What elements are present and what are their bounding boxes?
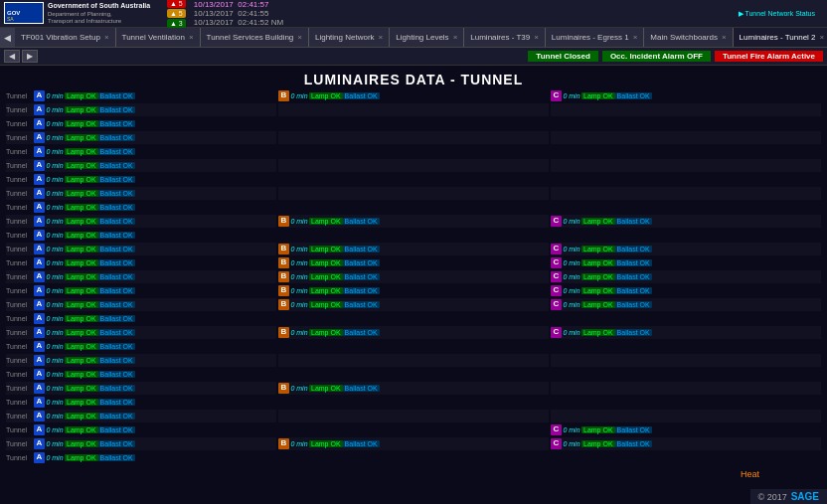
table-row: C 0 min Lamp OK Ballast OK: [551, 270, 821, 283]
table-row: [551, 396, 821, 409]
table-row: [551, 340, 821, 353]
table-row: [551, 117, 821, 130]
table-row: C 0 min Lamp OK Ballast OK: [551, 423, 821, 436]
table-row: C 0 min Lamp OK Ballast OK: [551, 256, 821, 269]
nav-back-btn[interactable]: ◀: [4, 50, 20, 63]
table-row: Tunnel A 0 min Lamp OK Ballast OK: [6, 256, 276, 269]
tab-luminaires-tunnel2[interactable]: Luminaires - Tunnel 2 ×: [734, 28, 827, 48]
table-row: B 0 min Lamp OK Ballast OK: [278, 215, 549, 228]
nav-fwd-btn[interactable]: ▶: [22, 50, 38, 63]
table-row: [278, 159, 549, 172]
table-row: Tunnel A 0 min Lamp OK Ballast OK: [6, 382, 276, 395]
column-a: Tunnel A 0 min Lamp OK Ballast OK Tunnel…: [6, 89, 276, 465]
table-row: C 0 min Lamp OK Ballast OK: [551, 284, 821, 297]
column-b: B 0 min Lamp OK Ballast OK B 0 min Lamp …: [278, 89, 549, 465]
table-row: [551, 173, 821, 186]
table-row: [551, 451, 821, 464]
tab-vibration-setup[interactable]: TF001 Vibration Setup ×: [15, 28, 116, 48]
table-row: [551, 145, 821, 158]
tab-luminaires-t39[interactable]: Luminaires - T39 ×: [464, 28, 546, 48]
table-row: B 0 min Lamp OK Ballast OK: [278, 298, 549, 311]
fire-alarm-badge: Tunnel Fire Alarm Active: [715, 51, 823, 62]
table-row: Tunnel A 0 min Lamp OK Ballast OK: [6, 159, 276, 172]
table-row: [278, 145, 549, 158]
status-bar: ◀ ▶ Tunnel Closed Occ. Incident Alarm OF…: [0, 48, 827, 66]
table-row: [551, 410, 821, 422]
table-row: [551, 131, 821, 144]
table-row: Tunnel A 0 min Lamp OK Ballast OK: [6, 89, 276, 102]
table-row: [278, 368, 549, 381]
table-row: [551, 187, 821, 200]
table-row: Tunnel A 0 min Lamp OK Ballast OK: [6, 312, 276, 325]
tab-lighting-levels[interactable]: Lighting Levels ×: [390, 28, 464, 48]
logo-area: GOV SA Government of South Australia Dep…: [4, 2, 163, 25]
table-row: [278, 117, 549, 130]
alert-badge-red: ▲ 5: [167, 0, 186, 8]
tab-tunnel-services[interactable]: Tunnel Services Building ×: [201, 28, 309, 48]
table-row: [278, 451, 549, 464]
alert-badge-green: ▲ 3: [167, 19, 186, 28]
table-row: [551, 229, 821, 242]
table-row: [278, 410, 549, 422]
timestamp-area: 10/13/2017 02:41:57 10/13/2017 02:41:55 …: [194, 0, 283, 27]
footer-copyright: © 2017: [758, 492, 787, 502]
table-row: Tunnel A 0 min Lamp OK Ballast OK: [6, 229, 276, 242]
page-title: LUMINAIRES DATA - TUNNEL: [4, 68, 823, 89]
table-row: [551, 103, 821, 116]
table-row: B 0 min Lamp OK Ballast OK: [278, 256, 549, 269]
table-row: Tunnel A 0 min Lamp OK Ballast OK: [6, 215, 276, 228]
tab-vibration-close[interactable]: ×: [104, 33, 109, 42]
table-row: Tunnel A 0 min Lamp OK Ballast OK: [6, 201, 276, 214]
table-row: [551, 354, 821, 367]
table-row: Tunnel A 0 min Lamp OK Ballast OK: [6, 145, 276, 158]
table-row: Tunnel A 0 min Lamp OK Ballast OK: [6, 243, 276, 255]
logo-text: Government of South Australia Department…: [48, 2, 150, 25]
table-row: B 0 min Lamp OK Ballast OK: [278, 284, 549, 297]
table-row: Tunnel A 0 min Lamp OK Ballast OK: [6, 270, 276, 283]
table-row: Tunnel A 0 min Lamp OK Ballast OK: [6, 117, 276, 130]
table-row: Tunnel A 0 min Lamp OK Ballast OK: [6, 354, 276, 367]
table-row: Tunnel A 0 min Lamp OK Ballast OK: [6, 326, 276, 339]
table-row: Tunnel A 0 min Lamp OK Ballast OK: [6, 103, 276, 116]
tab-tunnel-ventilation[interactable]: Tunnel Ventilation ×: [116, 28, 201, 48]
tab-main-switchboards[interactable]: Main Switchboards ×: [644, 28, 733, 48]
alert-badges: ▲ 5 ▲ 5 ▲ 3: [167, 0, 186, 28]
status-nav: ◀ ▶: [4, 50, 38, 63]
table-row: [278, 354, 549, 367]
tab-vibration-label: TF001 Vibration Setup: [21, 33, 100, 42]
table-row: [551, 382, 821, 395]
bottom-bar: Heat: [4, 467, 823, 481]
table-row: C 0 min Lamp OK Ballast OK: [551, 215, 821, 228]
table-row: Tunnel A 0 min Lamp OK Ballast OK: [6, 187, 276, 200]
gov-logo: GOV SA: [4, 2, 44, 24]
alarm-off-badge: Occ. Incident Alarm OFF: [602, 51, 711, 62]
tab-prev-btn[interactable]: ◀: [0, 28, 15, 48]
tab-lighting-network[interactable]: Lighting Network ×: [309, 28, 390, 48]
table-row: B 0 min Lamp OK Ballast OK: [278, 382, 549, 395]
table-row: B 0 min Lamp OK Ballast OK: [278, 270, 549, 283]
table-row: [278, 229, 549, 242]
heat-label: Heat: [741, 469, 759, 479]
table-row: [551, 159, 821, 172]
table-row: [278, 131, 549, 144]
table-row: [278, 103, 549, 116]
sage-brand: SAGE: [791, 491, 819, 502]
tab-luminaires-egress[interactable]: Luminaires - Egress 1 ×: [546, 28, 644, 48]
table-row: Tunnel A 0 min Lamp OK Ballast OK: [6, 284, 276, 297]
tab-bar: ◀ TF001 Vibration Setup × Tunnel Ventila…: [0, 28, 827, 48]
table-row: [278, 396, 549, 409]
column-c: C 0 min Lamp OK Ballast OK C 0 min Lamp …: [551, 89, 821, 465]
table-row: [278, 340, 549, 353]
table-row: Tunnel A 0 min Lamp OK Ballast OK: [6, 298, 276, 311]
top-header: GOV SA Government of South Australia Dep…: [0, 0, 827, 28]
table-row: B 0 min Lamp OK Ballast OK: [278, 326, 549, 339]
table-row: C 0 min Lamp OK Ballast OK: [551, 298, 821, 311]
table-row: Tunnel A 0 min Lamp OK Ballast OK: [6, 396, 276, 409]
alert-badge-yellow: ▲ 5: [167, 9, 186, 18]
table-row: B 0 min Lamp OK Ballast OK: [278, 243, 549, 255]
table-row: [278, 312, 549, 325]
table-row: [278, 423, 549, 436]
footer-bar: © 2017 SAGE: [750, 489, 828, 504]
table-row: [278, 201, 549, 214]
table-row: [551, 201, 821, 214]
